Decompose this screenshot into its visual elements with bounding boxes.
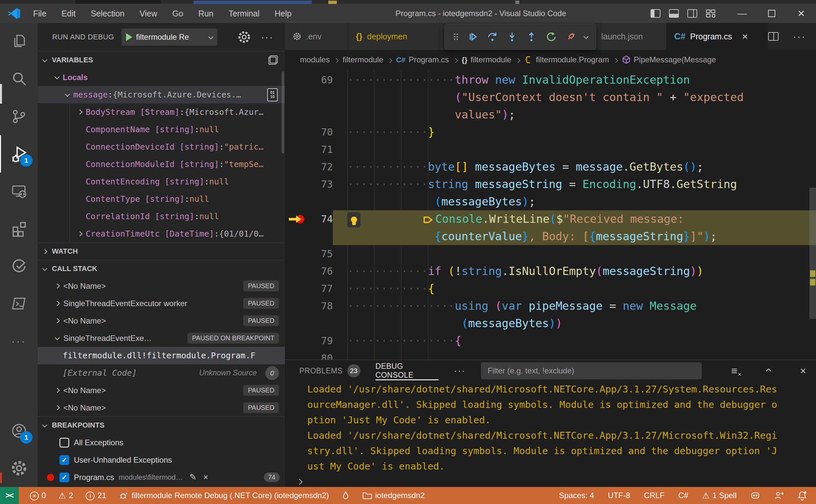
code-line[interactable]: 73············string messageString = Enc… [285, 176, 816, 193]
code-editor[interactable]: 69················throw new InvalidOpera… [285, 70, 816, 360]
continue-button[interactable] [467, 31, 479, 43]
code-line[interactable]: (messageBytes); [285, 193, 816, 210]
callstack-row[interactable]: SingleThreadEventExecutor workerPAUSED [38, 295, 285, 312]
code-line[interactable]: ("UserContext doesn't contain " + "expec… [285, 89, 816, 106]
variable-row[interactable]: ContentType [string]: null [38, 190, 285, 208]
status-item[interactable]: C# [679, 491, 689, 500]
breakpoint-checkbox[interactable] [59, 438, 69, 448]
tab-debug-console[interactable]: DEBUG CONSOLE [375, 360, 439, 382]
watch-section-header[interactable]: WATCH [38, 242, 285, 260]
variable-row[interactable]: ContentEncoding [string]: null [38, 173, 285, 190]
callstack-row[interactable]: filtermodule.dll!filtermodule.Program.F [38, 347, 285, 364]
toggle-panel-icon[interactable] [669, 9, 679, 18]
callstack-row[interactable]: [External Code]Unknown Source0 [38, 364, 285, 382]
status-item[interactable]: Spaces: 4 [559, 491, 594, 500]
code-line[interactable]: 76············if (!string.IsNullOrEmpty(… [285, 263, 816, 280]
settings-gear-icon[interactable] [0, 450, 38, 487]
status-item[interactable]: i21 [86, 491, 106, 501]
status-item[interactable]: UTF-8 [608, 491, 630, 500]
code-line[interactable]: 75 [285, 245, 816, 263]
step-over-button[interactable] [487, 31, 498, 43]
status-item[interactable]: CRLF [644, 491, 665, 500]
code-line[interactable]: values"); [285, 106, 816, 123]
search-icon[interactable] [0, 60, 38, 98]
code-line[interactable]: 69················throw new InvalidOpera… [285, 71, 816, 89]
tab-program-cs[interactable]: C# Program.cs × [666, 23, 768, 50]
toolbar-grip-icon[interactable] [453, 31, 459, 42]
variable-row[interactable]: ConnectionModuleId [string]: "tempSe… [38, 156, 285, 173]
menu-edit[interactable]: Edit [54, 4, 83, 23]
menu-go[interactable]: Go [165, 4, 191, 23]
breakpoint-checkbox[interactable]: ✓ [59, 473, 69, 482]
variable-row[interactable]: CreationTimeUtc [DateTime]: {01/01/0… [38, 225, 285, 242]
explorer-icon[interactable] [0, 23, 38, 60]
customize-layout-icon[interactable] [706, 9, 716, 18]
code-line[interactable]: {counterValue}, Body: [{messageString}]"… [285, 228, 816, 245]
debug-toolbar-more-icon[interactable] [584, 35, 588, 39]
status-item[interactable]: ⚠2 [58, 491, 73, 500]
call-stack-section-header[interactable]: CALL STACK [38, 260, 285, 277]
step-out-button[interactable] [526, 31, 537, 43]
tab-problems[interactable]: PROBLEMS 23 [299, 360, 360, 382]
toggle-secondary-sidebar-icon[interactable] [687, 9, 697, 18]
step-into-button[interactable] [506, 31, 518, 43]
run-and-debug-icon[interactable]: 1 [0, 135, 38, 173]
variable-row[interactable]: BodyStream [Stream]: {Microsoft.Azur… [38, 103, 285, 121]
status-item[interactable] [341, 491, 350, 500]
breadcrumb-item[interactable]: {}filtermodule [462, 55, 512, 64]
code-line[interactable]: 71 [285, 141, 816, 158]
console-filter-input[interactable] [481, 362, 701, 379]
variable-row[interactable]: ComponentName [string]: null [38, 121, 285, 138]
callstack-row[interactable]: SingleThreadEventExe…PAUSED ON BREAKPOIN… [38, 329, 285, 347]
breakpoint-row[interactable]: ✓User-Unhandled Exceptions [38, 451, 285, 469]
panel-more-tabs-icon[interactable]: ··· [454, 366, 466, 376]
status-item[interactable]: iotedgemsdn2 [362, 491, 425, 500]
close-button[interactable]: ✕ [786, 4, 816, 23]
callstack-row[interactable]: <No Name>PAUSED [38, 312, 285, 329]
code-line[interactable]: 74·········Console.WriteLine($"Received … [285, 210, 816, 228]
menu-view[interactable]: View [132, 4, 165, 23]
lightbulb-icon[interactable] [347, 212, 360, 227]
menu-selection[interactable]: Selection [83, 4, 132, 23]
status-item[interactable] [774, 491, 784, 500]
edit-breakpoint-icon[interactable]: ✎ [189, 472, 197, 482]
variables-section-header[interactable]: VARIABLES [38, 51, 285, 69]
accounts-icon[interactable]: 1 [0, 412, 38, 450]
code-line[interactable]: 78················using (var pipeMessage… [285, 297, 816, 315]
variable-row[interactable]: message: {Microsoft.Azure.Devices.…0110 [38, 86, 285, 103]
status-item[interactable]: ⚠1 Spell [702, 491, 737, 500]
code-line[interactable]: 70············} [285, 123, 816, 141]
menu-help[interactable]: Help [267, 4, 299, 23]
breakpoints-section-header[interactable]: BREAKPOINTS [38, 416, 285, 434]
testing-icon[interactable] [0, 247, 38, 285]
menu-run[interactable]: Run [191, 4, 221, 23]
debug-config-dropdown[interactable]: filtermodule Re [121, 29, 217, 46]
maximize-button[interactable] [757, 4, 786, 23]
code-line[interactable]: 72············byte[] messageBytes = mess… [285, 158, 816, 176]
start-debug-icon[interactable] [126, 33, 132, 41]
code-line[interactable]: 79················{ [285, 332, 816, 349]
breadcrumb-item[interactable]: filtermodule.Program [524, 55, 609, 64]
breakpoint-row[interactable]: All Exceptions [38, 434, 285, 451]
code-line[interactable]: 77············{ [285, 280, 816, 297]
remove-breakpoint-icon[interactable]: × [203, 472, 208, 482]
breakpoint-checkbox[interactable]: ✓ [59, 455, 69, 465]
callstack-row[interactable]: <No Name>PAUSED [38, 382, 285, 399]
toggle-sidebar-icon[interactable] [651, 9, 660, 18]
binary-view-icon[interactable]: 0110 [267, 88, 278, 101]
editor-more-actions-icon[interactable]: ··· [793, 31, 806, 42]
remote-indicator[interactable]: >< [0, 487, 19, 504]
status-item[interactable]: filtermodule Remote Debug (.NET Core) (i… [119, 491, 329, 500]
variable-row[interactable]: ConnectionDeviceId [string]: "patric… [38, 138, 285, 156]
close-tab-icon[interactable]: × [742, 31, 748, 43]
code-line[interactable]: (messageBytes)) [285, 315, 816, 332]
variable-row[interactable]: Locals [38, 69, 285, 86]
sidebar-more-actions-icon[interactable]: ··· [261, 31, 274, 43]
minimize-button[interactable]: — [727, 4, 757, 23]
editor-scrollbar[interactable] [809, 188, 816, 319]
maximize-panel-icon[interactable] [767, 369, 770, 373]
panes-icon[interactable] [268, 55, 278, 65]
tab-launch-json[interactable]: launch.json [594, 23, 666, 50]
extensions-icon[interactable] [0, 210, 38, 247]
status-item[interactable] [750, 491, 760, 500]
